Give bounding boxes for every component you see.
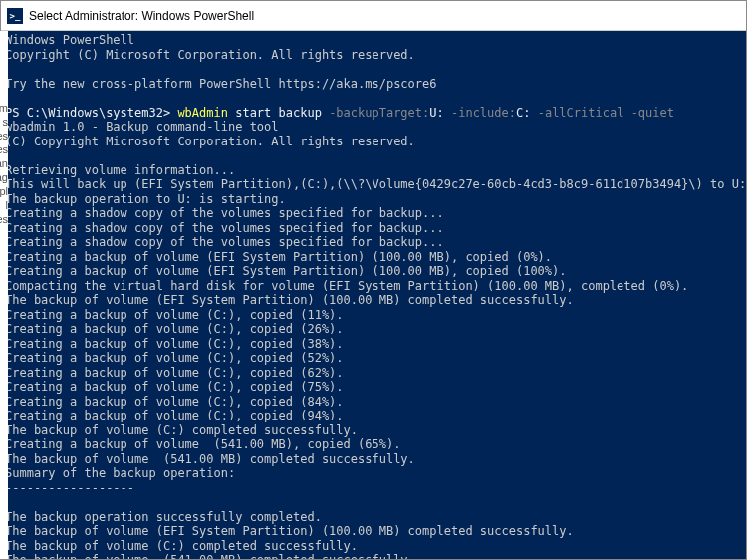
terminal-line: The backup of volume (C:) completed succ… — [5, 423, 746, 438]
terminal-line: Copyright (C) Microsoft Corporation. All… — [5, 48, 746, 63]
powershell-icon: >_ — [7, 8, 23, 24]
terminal-line: Summary of the backup operation: — [5, 466, 746, 481]
terminal-line: Creating a shadow copy of the volumes sp… — [5, 206, 746, 221]
window-title: Select Administrator: Windows PowerShell — [29, 9, 254, 23]
terminal-line: ------------------ — [5, 481, 746, 496]
terminal-line: The backup of volume (541.00 MB) complet… — [5, 553, 746, 559]
terminal-line: Creating a backup of volume (C:), copied… — [5, 322, 746, 337]
terminal-line: Creating a backup of volume (EFI System … — [5, 250, 746, 265]
titlebar[interactable]: >_ Select Administrator: Windows PowerSh… — [1, 1, 746, 31]
terminal-line — [5, 91, 746, 106]
terminal-line: The backup of volume (541.00 MB) complet… — [5, 452, 746, 467]
terminal-line: The backup of volume (EFI System Partiti… — [5, 524, 746, 539]
terminal-line: Creating a backup of volume (C:), copied… — [5, 351, 746, 366]
terminal-line: The backup operation successfully comple… — [5, 510, 746, 525]
terminal-line: Windows PowerShell — [5, 33, 746, 48]
terminal-line: Creating a backup of volume (C:), copied… — [5, 366, 746, 381]
terminal-line: Try the new cross-platform PowerShell ht… — [5, 77, 746, 92]
terminal-line: The backup operation to U: is starting. — [5, 192, 746, 207]
powershell-window: >_ Select Administrator: Windows PowerSh… — [0, 0, 747, 560]
terminal-line: Creating a shadow copy of the volumes sp… — [5, 235, 746, 250]
terminal-line: Creating a backup of volume (C:), copied… — [5, 308, 746, 323]
terminal-line: wbadmin 1.0 - Backup command-line tool — [5, 120, 746, 135]
terminal-line: This will back up (EFI System Partition)… — [5, 177, 746, 192]
terminal-line: Creating a backup of volume (EFI System … — [5, 264, 746, 279]
terminal-line: Compacting the virtual hard disk for vol… — [5, 279, 746, 294]
terminal-output[interactable]: Windows PowerShellCopyright (C) Microsof… — [1, 31, 746, 559]
terminal-line — [5, 495, 746, 510]
terminal-line: Creating a backup of volume (C:), copied… — [5, 380, 746, 395]
terminal-line — [5, 148, 746, 163]
terminal-line: Creating a backup of volume (C:), copied… — [5, 395, 746, 410]
terminal-line: (C) Copyright Microsoft Corporation. All… — [5, 135, 746, 149]
terminal-line: Creating a backup of volume (C:), copied… — [5, 409, 746, 423]
terminal-line: The backup of volume (EFI System Partiti… — [5, 293, 746, 308]
background-text-fragments: msesesanagplles — [0, 31, 8, 559]
terminal-line: Retrieving volume information... — [5, 163, 746, 178]
terminal-line: Creating a backup of volume (541.00 MB),… — [5, 437, 746, 452]
terminal-line: The backup of volume (C:) completed succ… — [5, 539, 746, 554]
terminal-line: Creating a backup of volume (C:), copied… — [5, 337, 746, 352]
terminal-line: Creating a shadow copy of the volumes sp… — [5, 221, 746, 236]
prompt-line: PS C:\Windows\system32> wbAdmin start ba… — [5, 106, 746, 121]
terminal-line — [5, 62, 746, 77]
